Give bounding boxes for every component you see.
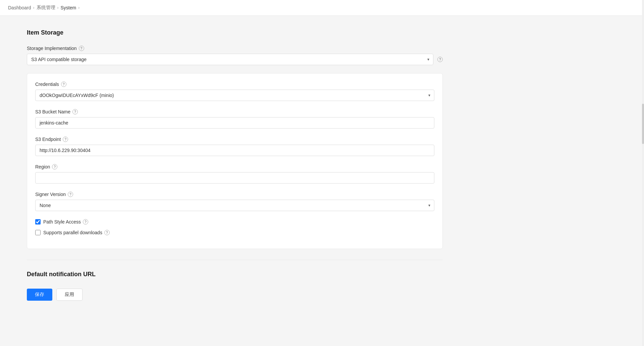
section-divider bbox=[27, 260, 443, 260]
path-style-access-wrapper: Path Style Access ? bbox=[35, 219, 88, 225]
signer-version-label: Signer Version ? bbox=[35, 192, 434, 197]
s3-bucket-name-group: S3 Bucket Name ? bbox=[35, 109, 434, 129]
storage-implementation-label: Storage Implementation ? bbox=[27, 46, 443, 51]
breadcrumb-dashboard[interactable]: Dashboard bbox=[8, 5, 31, 10]
credentials-select-wrapper: dOOkOgwIDUEcAYxWd9cF (minio) ▾ bbox=[35, 90, 434, 101]
storage-implementation-help-icon[interactable]: ? bbox=[79, 46, 84, 51]
storage-implementation-select-wrapper: S3 API compatible storage Local storage … bbox=[27, 54, 433, 65]
supports-parallel-downloads-help-icon[interactable]: ? bbox=[104, 230, 110, 235]
default-notification-title: Default notification URL bbox=[27, 271, 443, 278]
breadcrumb-system: System bbox=[61, 5, 76, 10]
breadcrumb-sep-1: › bbox=[33, 5, 35, 10]
region-group: Region ? bbox=[35, 164, 434, 184]
storage-implementation-select[interactable]: S3 API compatible storage Local storage bbox=[27, 54, 433, 65]
credentials-section: Credentials ? dOOkOgwIDUEcAYxWd9cF (mini… bbox=[27, 73, 443, 249]
credentials-help-icon[interactable]: ? bbox=[61, 82, 66, 87]
breadcrumb-sep-3: › bbox=[78, 5, 79, 10]
storage-implementation-row: S3 API compatible storage Local storage … bbox=[27, 54, 443, 65]
credentials-label: Credentials ? bbox=[35, 82, 434, 87]
storage-implementation-group: Storage Implementation ? S3 API compatib… bbox=[27, 46, 443, 65]
signer-version-group: Signer Version ? None Version 2 Version … bbox=[35, 192, 434, 211]
button-row: 保存 应用 bbox=[27, 289, 443, 314]
s3-endpoint-label: S3 Endpoint ? bbox=[35, 137, 434, 142]
section-title: Item Storage bbox=[27, 29, 443, 36]
s3-bucket-name-help-icon[interactable]: ? bbox=[72, 109, 78, 114]
path-style-access-label: Path Style Access ? bbox=[43, 219, 88, 225]
region-help-icon[interactable]: ? bbox=[52, 164, 57, 169]
path-style-access-group: Path Style Access ? bbox=[35, 219, 434, 225]
region-input[interactable] bbox=[35, 172, 434, 184]
path-style-access-help-icon[interactable]: ? bbox=[83, 219, 88, 225]
breadcrumb-sep-2: › bbox=[57, 5, 59, 10]
save-button[interactable]: 保存 bbox=[27, 289, 52, 301]
s3-endpoint-help-icon[interactable]: ? bbox=[63, 137, 68, 142]
signer-version-select-wrapper: None Version 2 Version 4 ▾ bbox=[35, 200, 434, 211]
breadcrumb-system-management[interactable]: 系统管理 bbox=[37, 5, 55, 11]
signer-version-select[interactable]: None Version 2 Version 4 bbox=[35, 200, 434, 211]
scrollbar-thumb[interactable] bbox=[642, 104, 644, 144]
main-content: Item Storage Storage Implementation ? S3… bbox=[0, 16, 470, 328]
breadcrumb: Dashboard › 系统管理 › System › bbox=[0, 0, 644, 16]
storage-implementation-outer-help-icon[interactable]: ? bbox=[437, 57, 443, 62]
credentials-group: Credentials ? dOOkOgwIDUEcAYxWd9cF (mini… bbox=[35, 82, 434, 101]
s3-bucket-name-input[interactable] bbox=[35, 117, 434, 129]
region-label: Region ? bbox=[35, 164, 434, 169]
signer-version-help-icon[interactable]: ? bbox=[68, 192, 73, 197]
supports-parallel-downloads-wrapper: Supports parallel downloads ? bbox=[35, 230, 110, 235]
scrollbar[interactable] bbox=[642, 0, 644, 328]
s3-endpoint-group: S3 Endpoint ? bbox=[35, 137, 434, 156]
s3-bucket-name-label: S3 Bucket Name ? bbox=[35, 109, 434, 114]
s3-endpoint-input[interactable] bbox=[35, 145, 434, 156]
supports-parallel-downloads-checkbox[interactable] bbox=[35, 230, 41, 235]
path-style-access-checkbox[interactable] bbox=[35, 219, 41, 225]
supports-parallel-downloads-label: Supports parallel downloads ? bbox=[43, 230, 110, 235]
apply-button[interactable]: 应用 bbox=[56, 289, 83, 301]
supports-parallel-downloads-group: Supports parallel downloads ? bbox=[35, 230, 434, 235]
credentials-select[interactable]: dOOkOgwIDUEcAYxWd9cF (minio) bbox=[35, 90, 434, 101]
